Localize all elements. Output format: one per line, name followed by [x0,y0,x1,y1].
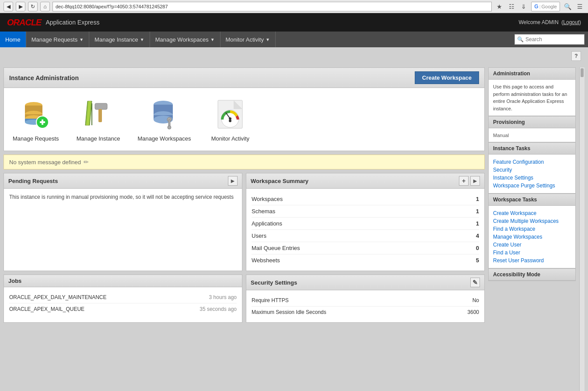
summary-label-applications: Applications [252,220,282,227]
nav-home[interactable]: Home [0,32,26,47]
summary-val-mail: 0 [476,245,479,251]
monitor-activity-icon-item[interactable]: Monitor Activity [208,97,252,142]
sidebar-item-create-workspace[interactable]: Create Workspace [493,209,571,217]
workspace-summary-icons: + ► [459,176,480,186]
nav-manage-instance-chevron: ▼ [140,37,144,42]
nav-manage-workspaces[interactable]: Manage Workspaces ▼ [150,32,220,47]
sidebar-instance-tasks-content: Feature Configuration Security Instance … [489,155,575,193]
sidebar-administration: Administration Use this page to access a… [488,67,576,116]
sidebar-instance-tasks-title: Instance Tasks [493,145,530,151]
sidebar-accessibility-header: Accessibility Mode [489,269,575,281]
security-settings-content: Require HTTPS No Maximum Session Idle Se… [246,290,484,322]
nav-monitor-activity-label: Monitor Activity [226,36,264,43]
system-message-bar: No system message defined ✏ [4,155,485,169]
svg-point-28 [229,120,231,122]
manage-instance-icon-item[interactable]: Manage Instance [77,97,120,142]
sidebar-item-workspace-purge[interactable]: Workspace Purge Settings [493,182,571,190]
jobs-content: ORACLE_APEX_DAILY_MAINTENANCE 3 hours ag… [4,287,242,319]
nav-monitor-activity[interactable]: Monitor Activity ▼ [220,32,276,47]
search-wrapper: 🔍 [514,34,584,45]
instance-admin-panel: Instance Administration Create Workspace [4,67,485,151]
manage-workspaces-icon [147,97,182,132]
google-logo: G [534,4,538,10]
security-settings-edit-button[interactable]: ✎ [470,278,480,287]
pending-requests-panel: Pending Requests ► This instance is runn… [4,173,242,271]
logout-link[interactable]: Logout [563,19,579,25]
list-item: ORACLE_APEX_DAILY_MAINTENANCE 3 hours ag… [9,292,237,303]
summary-val-schemas: 1 [476,208,479,215]
workspace-summary-content: Workspaces 1 Schemas 1 Applications 1 [246,189,484,271]
manage-requests-icon [18,97,53,132]
table-row: Applications 1 [252,218,479,230]
download-icon[interactable]: ⇓ [519,2,528,11]
nav-manage-requests[interactable]: Manage Requests ▼ [26,32,89,47]
summary-label-users: Users [252,232,266,239]
pending-requests-expand-button[interactable]: ► [228,176,238,186]
svg-point-22 [168,126,171,129]
sidebar-item-reset-password[interactable]: Reset User Password [493,257,571,264]
sidebar-item-manage-workspaces[interactable]: Manage Workspaces [493,233,571,241]
menu-icon[interactable]: ☰ [575,2,584,11]
help-button[interactable]: ? [571,51,581,61]
address-bar[interactable] [52,2,492,11]
sidebar-item-feature-configuration[interactable]: Feature Configuration [493,158,571,166]
sidebar-admin-content: Use this page to access and perform admi… [489,80,575,116]
page-scrollbar[interactable] [579,67,584,391]
bookmark-star-icon[interactable]: ★ [494,2,504,11]
sidebar-provisioning-content: Manual [489,128,575,142]
reader-icon[interactable]: ☷ [507,2,516,11]
sidebar-item-security[interactable]: Security [493,166,571,174]
system-message-text: No system message defined [9,159,81,166]
summary-label-schemas: Schemas [252,208,275,215]
app-header-left: ORACLE Application Express [7,18,99,28]
home-button[interactable]: ⌂ [40,2,50,11]
sidebar-provisioning-title: Provisioning [493,119,525,125]
sidebar: Administration Use this page to access a… [488,67,576,391]
sidebar-item-instance-settings[interactable]: Instance Settings [493,174,571,182]
security-label-session: Maximum Session Idle Seconds [252,309,326,315]
nav-manage-instance-label: Manage Instance [94,36,138,43]
list-item: Require HTTPS No [252,295,479,306]
create-workspace-button[interactable]: Create Workspace [415,71,479,84]
nav-manage-instance[interactable]: Manage Instance ▼ [89,32,150,47]
search-icon[interactable]: 🔍 [563,2,572,11]
nav-monitor-activity-chevron: ▼ [266,37,270,42]
refresh-button[interactable]: ↻ [28,2,38,11]
back-button[interactable]: ◀ [4,2,13,11]
security-settings-panel: Security Settings ✎ Require HTTPS No Max… [246,275,485,323]
summary-label-websheets: Websheets [252,257,280,264]
manage-instance-label: Manage Instance [77,135,120,142]
instance-admin-title: Instance Administration [9,74,79,81]
table-row: Mail Queue Entries 0 [252,242,479,254]
sidebar-workspace-tasks: Workspace Tasks Create Workspace Create … [488,194,576,268]
list-item: ORACLE_APEX_MAIL_QUEUE 35 seconds ago [9,303,237,315]
edit-pencil-icon[interactable]: ✏ [84,159,89,166]
sidebar-accessibility: Accessibility Mode [488,268,576,281]
sidebar-item-create-multiple-workspaces[interactable]: Create Multiple Workspaces [493,217,571,225]
pending-requests-title: Pending Requests [8,178,58,184]
pending-requests-text: This instance is running in manual provi… [9,193,237,201]
icon-grid: Manage Requests Manage Instance [4,88,484,151]
manage-requests-icon-item[interactable]: Manage Requests [13,97,59,142]
sidebar-item-find-user[interactable]: Find a User [493,249,571,257]
summary-label-mail: Mail Queue Entries [252,245,300,251]
search-icon: 🔍 [517,36,524,42]
search-input[interactable] [514,34,584,45]
workspace-summary-next-button[interactable]: ► [470,176,480,186]
sidebar-workspace-tasks-content: Create Workspace Create Multiple Workspa… [489,206,575,268]
sidebar-instance-tasks: Instance Tasks Feature Configuration Sec… [488,142,576,194]
sidebar-item-find-workspace[interactable]: Find a Workspace [493,225,571,233]
workspace-summary-add-button[interactable]: + [459,176,469,186]
app-header: ORACLE Application Express Welcome ADMIN… [0,13,588,32]
sidebar-workspace-tasks-header: Workspace Tasks [489,194,575,206]
sidebar-item-create-user[interactable]: Create User [493,241,571,249]
google-search-bar[interactable]: G | Google [531,2,560,11]
oracle-logo: ORACLE [7,18,41,28]
nav-manage-workspaces-chevron: ▼ [210,37,215,42]
summary-val-applications: 1 [476,220,479,227]
table-row: Workspaces 1 [252,193,479,205]
manage-workspaces-icon-item[interactable]: Manage Workspaces [138,97,191,142]
forward-button[interactable]: ▶ [16,2,25,11]
security-settings-header: Security Settings ✎ [246,275,484,290]
monitor-activity-icon [213,97,248,132]
